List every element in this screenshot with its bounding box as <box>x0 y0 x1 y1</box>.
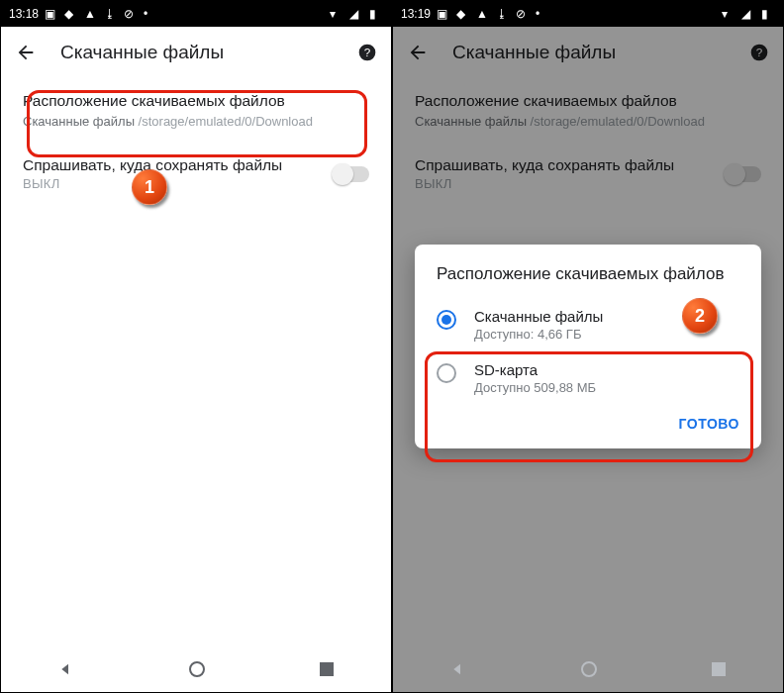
screenshot-left: 13:18 ▣ ◆ ▲ ⭳ ⊘ • ▾ ◢ ▮ Скачанные файлы … <box>0 0 392 693</box>
option-title: SD-карта <box>474 361 596 378</box>
notif-icon: ▣ <box>437 7 450 21</box>
more-icon: • <box>144 7 157 21</box>
status-bar: 13:18 ▣ ◆ ▲ ⭳ ⊘ • ▾ ◢ ▮ <box>1 1 391 27</box>
notif-icon: ◆ <box>64 7 78 21</box>
option-title: Скачанные файлы <box>474 308 603 325</box>
nav-bar <box>1 646 391 692</box>
help-icon[interactable]: ? <box>357 43 377 62</box>
warning-icon: ▲ <box>476 7 490 21</box>
nav-recents-icon[interactable] <box>712 662 726 676</box>
signal-icon: ◢ <box>741 7 755 21</box>
download-icon: ⭳ <box>104 7 118 21</box>
pref-subtitle: Скачанные файлы /storage/emulated/0/Down… <box>23 114 369 129</box>
radio-icon[interactable] <box>437 310 456 330</box>
wifi-icon: ▾ <box>330 7 343 21</box>
app-bar: Скачанные файлы ? <box>1 27 391 78</box>
wifi-icon: ▾ <box>722 7 735 21</box>
screenshot-right: 13:19 ▣ ◆ ▲ ⭳ ⊘ • ▾ ◢ ▮ Скачанные файлы … <box>392 0 784 693</box>
block-icon: ⊘ <box>516 7 530 21</box>
notif-icon: ▣ <box>45 7 58 21</box>
signal-icon: ◢ <box>349 7 363 21</box>
nav-back-icon[interactable] <box>450 661 466 677</box>
svg-text:?: ? <box>364 46 371 58</box>
download-icon: ⭳ <box>496 7 510 21</box>
annotation-badge-2: 2 <box>682 298 718 334</box>
battery-icon: ▮ <box>369 7 383 21</box>
notif-icon: ◆ <box>456 7 470 21</box>
clock: 13:18 <box>9 7 39 21</box>
annotation-badge-1: 1 <box>132 169 167 205</box>
nav-back-icon[interactable] <box>58 661 74 677</box>
option-subtitle: Доступно: 4,66 ГБ <box>474 327 603 342</box>
location-dialog: Расположение скачиваемых файлов Скачанны… <box>415 245 761 448</box>
warning-icon: ▲ <box>84 7 98 21</box>
block-icon: ⊘ <box>124 7 138 21</box>
clock: 13:19 <box>401 7 431 21</box>
done-button[interactable]: ГОТОВО <box>679 416 739 432</box>
pref-ask-where[interactable]: Спрашивать, куда сохранять файлы ВЫКЛ <box>1 143 391 205</box>
page-title: Скачанные файлы <box>60 42 334 63</box>
nav-home-icon[interactable] <box>189 661 205 677</box>
pref-download-location[interactable]: Расположение скачиваемых файлов Скачанны… <box>1 78 391 143</box>
option-subtitle: Доступно 509,88 МБ <box>474 380 596 395</box>
nav-bar <box>393 646 783 692</box>
pref-title: Расположение скачиваемых файлов <box>23 92 369 110</box>
radio-icon[interactable] <box>437 363 456 383</box>
radio-option-sdcard[interactable]: SD-карта Доступно 509,88 МБ <box>419 351 757 405</box>
status-bar: 13:19 ▣ ◆ ▲ ⭳ ⊘ • ▾ ◢ ▮ <box>393 1 783 27</box>
nav-home-icon[interactable] <box>581 661 597 677</box>
nav-recents-icon[interactable] <box>320 662 334 676</box>
dialog-title: Расположение скачиваемых файлов <box>419 264 757 298</box>
more-icon: • <box>536 7 549 21</box>
back-icon[interactable] <box>15 42 37 63</box>
battery-icon: ▮ <box>761 7 775 21</box>
toggle-switch[interactable] <box>334 166 369 182</box>
